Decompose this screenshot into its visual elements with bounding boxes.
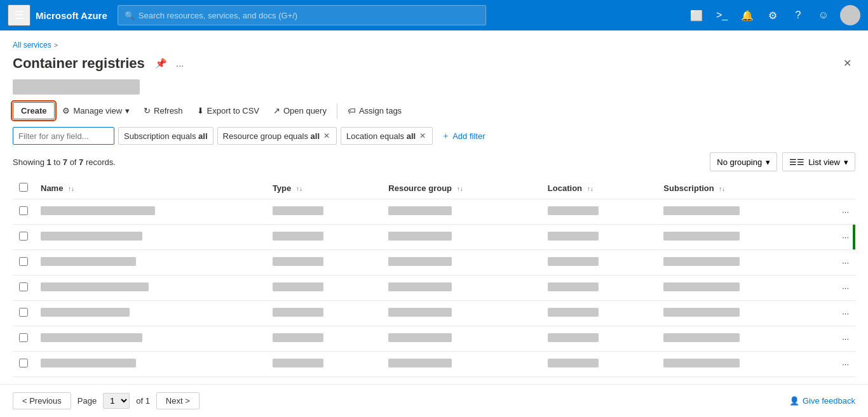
row-4-checkbox-cell[interactable] xyxy=(13,275,34,301)
export-csv-label: Export to CSV xyxy=(207,106,259,116)
refresh-icon: ↻ xyxy=(144,106,151,116)
manage-view-button[interactable]: ⚙ Manage view ▾ xyxy=(56,103,136,119)
row-5-more-button[interactable]: ··· xyxy=(820,301,855,326)
export-csv-button[interactable]: ⬇ Export to CSV xyxy=(191,103,266,119)
subscription-filter-chip: Subscription equals all xyxy=(118,127,214,145)
portal-icon-button[interactable]: ⬜ xyxy=(685,4,708,27)
row-6-name xyxy=(34,326,266,352)
location-filter-chip: Location equals all ✕ xyxy=(341,127,433,145)
toolbar-divider xyxy=(337,103,337,119)
notifications-button[interactable]: 🔔 xyxy=(736,4,759,27)
ellipsis-icon: ... xyxy=(176,58,184,69)
all-services-link[interactable]: All services xyxy=(13,41,51,50)
row-7-more-button[interactable]: ··· xyxy=(820,352,855,377)
search-input[interactable] xyxy=(139,11,479,20)
row-2-location xyxy=(541,225,657,250)
tag-icon: 🏷 xyxy=(348,106,356,116)
select-all-checkbox[interactable] xyxy=(19,183,28,192)
view-label: List view xyxy=(808,157,840,167)
page-header: Container registries 📌 ... ✕ xyxy=(13,55,855,72)
query-icon: ↗ xyxy=(273,106,280,116)
view-dropdown[interactable]: ☰☰ List view ▾ xyxy=(782,152,855,171)
refresh-button[interactable]: ↻ Refresh xyxy=(137,103,189,119)
row-6-checkbox[interactable] xyxy=(19,333,28,342)
feedback-person-icon: 👤 xyxy=(789,396,799,406)
give-feedback-link[interactable]: 👤 Give feedback xyxy=(789,396,855,406)
filter-bar: Subscription equals all Resource group e… xyxy=(13,127,855,145)
row-6-checkbox-cell[interactable] xyxy=(13,326,34,352)
row-1-more-button[interactable]: ··· xyxy=(820,199,855,225)
hamburger-menu-button[interactable]: ☰ xyxy=(8,4,31,26)
row-1-checkbox-cell[interactable] xyxy=(13,199,34,225)
location-column-header[interactable]: Location ↑↓ xyxy=(541,178,657,199)
row-4-more-button[interactable]: ··· xyxy=(820,275,855,301)
next-button[interactable]: Next > xyxy=(156,392,200,409)
location-filter-close[interactable]: ✕ xyxy=(418,131,427,140)
records-bar: Showing 1 to 7 of 7 records. No grouping… xyxy=(13,152,855,171)
row-2-checkbox[interactable] xyxy=(19,232,28,241)
row-1-subscription xyxy=(657,199,819,225)
subscription-sort-icon: ↑↓ xyxy=(719,185,725,192)
row-5-checkbox[interactable] xyxy=(19,308,28,317)
grouping-chevron-icon: ▾ xyxy=(766,157,770,167)
feedback-icon-button[interactable]: ☺ xyxy=(812,4,835,27)
resource-group-column-header[interactable]: Resource group ↑↓ xyxy=(382,178,541,199)
row-2-type xyxy=(266,225,382,250)
row-5-checkbox-cell[interactable] xyxy=(13,301,34,326)
row-3-checkbox-cell[interactable] xyxy=(13,250,34,275)
row-1-rg xyxy=(382,199,541,225)
create-button[interactable]: Create xyxy=(13,102,55,119)
table-row: ··· xyxy=(13,301,855,326)
page-select[interactable]: 1 xyxy=(103,393,130,409)
table-body: ··· ··· xyxy=(13,199,855,377)
avatar[interactable] xyxy=(840,5,860,25)
filter-input[interactable] xyxy=(13,127,114,145)
settings-button[interactable]: ⚙ xyxy=(761,4,784,27)
pagination-bar: < Previous Page 1 of 1 Next > 👤 Give fee… xyxy=(0,384,868,417)
row-7-checkbox[interactable] xyxy=(19,359,28,367)
resource-group-filter-close[interactable]: ✕ xyxy=(322,131,331,140)
row-4-location xyxy=(541,275,657,301)
row-7-checkbox-cell[interactable] xyxy=(13,352,34,377)
help-button[interactable]: ? xyxy=(787,4,810,27)
row-6-type xyxy=(266,326,382,352)
more-options-button[interactable]: ... xyxy=(173,56,187,70)
list-view-icon: ☰☰ xyxy=(789,157,804,167)
row-7-type xyxy=(266,352,382,377)
pin-icon: 📌 xyxy=(155,58,167,69)
pin-button[interactable]: 📌 xyxy=(153,56,170,70)
page-label: Page xyxy=(78,396,97,406)
smiley-icon: ☺ xyxy=(818,10,829,21)
previous-button[interactable]: < Previous xyxy=(13,392,71,409)
feedback-label: Give feedback xyxy=(803,396,855,406)
manage-view-icon: ⚙ xyxy=(62,106,70,116)
records-start: 1 xyxy=(46,157,51,167)
grouping-dropdown[interactable]: No grouping ▾ xyxy=(710,152,777,171)
close-button[interactable]: ✕ xyxy=(839,55,855,72)
open-query-button[interactable]: ↗ Open query xyxy=(267,103,333,119)
row-3-rg xyxy=(382,250,541,275)
resource-group-filter-label: Resource group equals all xyxy=(223,131,320,141)
row-3-checkbox[interactable] xyxy=(19,257,28,266)
row-2-checkbox-cell[interactable] xyxy=(13,225,34,250)
row-2-more-button[interactable]: ··· xyxy=(820,225,855,250)
name-column-header[interactable]: Name ↑↓ xyxy=(34,178,266,199)
grouping-label: No grouping xyxy=(717,157,762,167)
add-filter-button[interactable]: ＋ Add filter xyxy=(437,128,490,144)
cloud-shell-button[interactable]: >_ xyxy=(710,4,733,27)
page-header-icons: 📌 ... xyxy=(153,56,187,70)
assign-tags-button[interactable]: 🏷 Assign tags xyxy=(341,103,408,119)
search-bar[interactable]: 🔍 xyxy=(118,5,486,25)
type-column-header[interactable]: Type ↑↓ xyxy=(266,178,382,199)
toolbar: Create ⚙ Manage view ▾ ↻ Refresh ⬇ Expor… xyxy=(13,102,855,119)
row-6-more-button[interactable]: ··· xyxy=(820,326,855,352)
subscription-column-header[interactable]: Subscription ↑↓ xyxy=(657,178,819,199)
table-row: ··· xyxy=(13,199,855,225)
main-content: All services > Container registries 📌 ..… xyxy=(0,30,868,417)
view-controls: No grouping ▾ ☰☰ List view ▾ xyxy=(710,152,855,171)
name-sort-icon: ↑↓ xyxy=(68,185,74,192)
select-all-header[interactable] xyxy=(13,178,34,199)
row-3-more-button[interactable]: ··· xyxy=(820,250,855,275)
row-4-checkbox[interactable] xyxy=(19,282,28,291)
row-1-checkbox[interactable] xyxy=(19,206,28,215)
